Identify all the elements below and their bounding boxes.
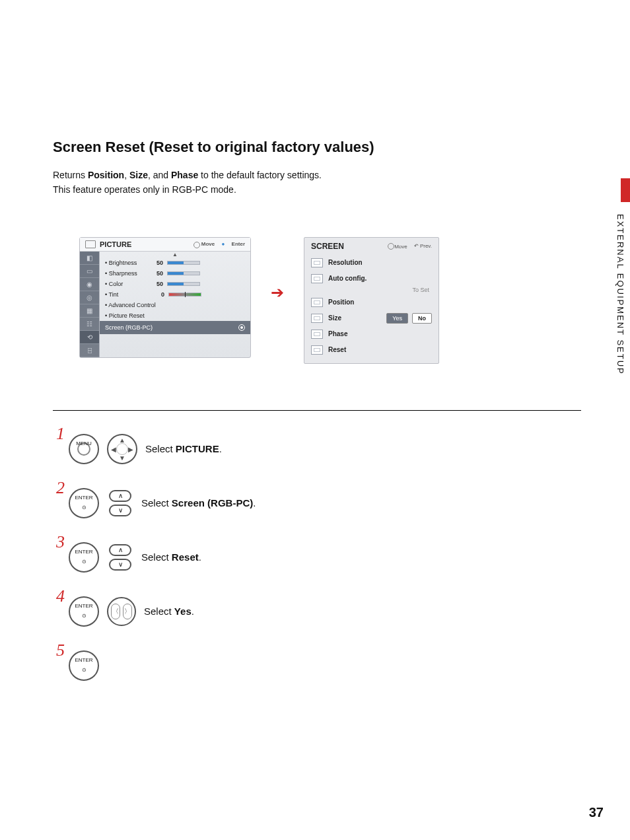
- screen-item-label: Position: [328, 298, 354, 306]
- screen-item-label: Size: [328, 314, 341, 322]
- osd-row-label: • Sharpness: [105, 270, 153, 277]
- screen-item: Phase: [304, 326, 438, 342]
- side-icon: ▭: [80, 265, 99, 278]
- tint-bar-icon: [168, 293, 201, 297]
- leftright-icon: 〈〉: [107, 597, 136, 626]
- intro-sep2: , and: [148, 170, 171, 180]
- screen-osd: SCREEN Move↶ Prev. Resolution Auto confi…: [304, 237, 439, 364]
- side-tab-label: EXTERNAL EQUIPMENT SETUP: [615, 214, 625, 375]
- step-number: 2: [53, 478, 65, 498]
- side-icon: ☷: [80, 318, 99, 331]
- enter-button-icon: ENTER⊙: [69, 542, 99, 573]
- intro-b2: Size: [129, 170, 148, 180]
- screen-item-label: Auto config.: [328, 275, 367, 282]
- step-text: Select Screen (RGB-PC).: [141, 497, 256, 508]
- enter-button-icon: ENTER⊙: [69, 596, 99, 627]
- move-icon: [193, 242, 199, 247]
- step-text: Select Yes.: [144, 606, 194, 617]
- step-1: 1 MENU ▲▼◀▶ Select PICTURE.: [53, 431, 581, 468]
- enter-dot-icon: [238, 324, 245, 331]
- osd-row-value: 50: [157, 260, 163, 266]
- screen-osd-header: SCREEN Move↶ Prev.: [304, 238, 438, 255]
- no-button: No: [412, 313, 432, 324]
- step-post: .: [199, 551, 201, 563]
- intro-prefix: Returns: [53, 170, 88, 180]
- screen-item-label: Resolution: [328, 259, 363, 266]
- side-icon: ▦: [80, 304, 99, 318]
- page-content: Screen Reset (Reset to original factory …: [53, 139, 581, 701]
- osd-row-label: • Advanced Control: [105, 302, 156, 308]
- item-icon: [311, 258, 323, 267]
- osd-selected-row: Screen (RGB-PC): [100, 321, 250, 334]
- step-4: 4 ENTER⊙ 〈〉 Select Yes.: [53, 593, 581, 630]
- step-pre: Select: [141, 497, 172, 508]
- step-bold: Reset: [172, 551, 199, 563]
- side-icon: ⌸: [80, 344, 99, 357]
- item-icon: [311, 314, 323, 323]
- bar-icon: [167, 271, 200, 275]
- enter-button-icon: ENTER⊙: [69, 650, 99, 681]
- step-number: 3: [53, 532, 65, 552]
- screen-item: Position: [304, 295, 438, 310]
- osd-row-value: 50: [157, 281, 163, 287]
- osd-row-value: 50: [157, 270, 163, 277]
- side-icon: ◉: [80, 278, 99, 291]
- screen-hint-prev: Prev.: [420, 243, 432, 249]
- osd-row: • Advanced Control: [100, 300, 250, 310]
- screen-item: Auto config.: [304, 271, 438, 287]
- osd-hint-move: Move: [201, 241, 215, 247]
- step-number: 5: [53, 641, 65, 660]
- step-2: 2 ENTER⊙ ∧∨ Select Screen (RGB-PC).: [53, 485, 581, 522]
- screen-item: Size YesNo: [304, 310, 438, 326]
- step-post: .: [219, 443, 222, 454]
- screen-item: Resolution: [304, 255, 438, 271]
- side-tab-marker: [621, 178, 630, 202]
- osd-row-label: • Color: [105, 281, 153, 287]
- osd-panels: PICTURE Move ● Enter ◧ ▭ ◉ ◎ ▦ ☷ ⟲ ⌸ ▲ •…: [53, 237, 581, 364]
- picture-osd: PICTURE Move ● Enter ◧ ▭ ◉ ◎ ▦ ☷ ⟲ ⌸ ▲ •…: [79, 237, 251, 358]
- separator: [53, 410, 581, 411]
- item-icon: [311, 345, 323, 355]
- side-tab: EXTERNAL EQUIPMENT SETUP: [601, 178, 630, 375]
- intro-text: Returns Position, Size, and Phase to the…: [53, 168, 581, 197]
- screen-item-label: Phase: [328, 330, 347, 337]
- step-post: .: [192, 606, 194, 617]
- side-icon: ◎: [80, 291, 99, 304]
- page-title: Screen Reset (Reset to original factory …: [53, 139, 581, 156]
- item-icon: [311, 330, 323, 339]
- tv-icon: [85, 240, 96, 248]
- dpad-icon: ▲▼◀▶: [107, 434, 137, 464]
- intro-sep1: ,: [124, 170, 129, 180]
- picture-osd-title: PICTURE: [100, 240, 131, 248]
- osd-row: • Picture Reset: [100, 310, 250, 321]
- move-icon: [388, 243, 393, 248]
- arrow-right-icon: ➔: [271, 237, 284, 302]
- step-post: .: [253, 497, 256, 508]
- item-icon: [311, 298, 323, 307]
- enter-button-icon: ENTER⊙: [69, 488, 99, 518]
- intro-b1: Position: [88, 170, 124, 180]
- osd-row: • Brightness50: [100, 258, 250, 268]
- intro-suffix: to the default factory settings.: [198, 170, 322, 180]
- osd-row-label: • Brightness: [105, 260, 153, 266]
- osd-row: • Tint0: [100, 289, 250, 300]
- button-label: MENU: [76, 440, 92, 446]
- menu-button-icon: MENU: [69, 434, 99, 464]
- osd-hint-enter: Enter: [232, 241, 245, 247]
- step-bold: Yes: [174, 606, 192, 617]
- side-icon: ⟲: [80, 331, 99, 344]
- intro-b3: Phase: [171, 170, 198, 180]
- updown-icon: ∧∨: [107, 490, 133, 516]
- step-pre: Select: [141, 551, 172, 563]
- steps: 1 MENU ▲▼◀▶ Select PICTURE. 2 ENTER⊙ ∧∨ …: [53, 431, 581, 684]
- osd-side-icons: ◧ ▭ ◉ ◎ ▦ ☷ ⟲ ⌸: [80, 252, 100, 357]
- picture-osd-header: PICTURE Move ● Enter: [80, 238, 250, 252]
- step-bold: PICTURE: [176, 443, 219, 454]
- button-label: ENTER: [75, 603, 92, 609]
- step-pre: Select: [145, 443, 176, 454]
- bar-icon: [167, 282, 200, 286]
- screen-hint-move: Move: [394, 244, 407, 250]
- updown-icon: ∧∨: [107, 544, 133, 571]
- button-label: ENTER: [75, 495, 92, 501]
- osd-main: ▲ • Brightness50 • Sharpness50 • Color50…: [100, 252, 250, 357]
